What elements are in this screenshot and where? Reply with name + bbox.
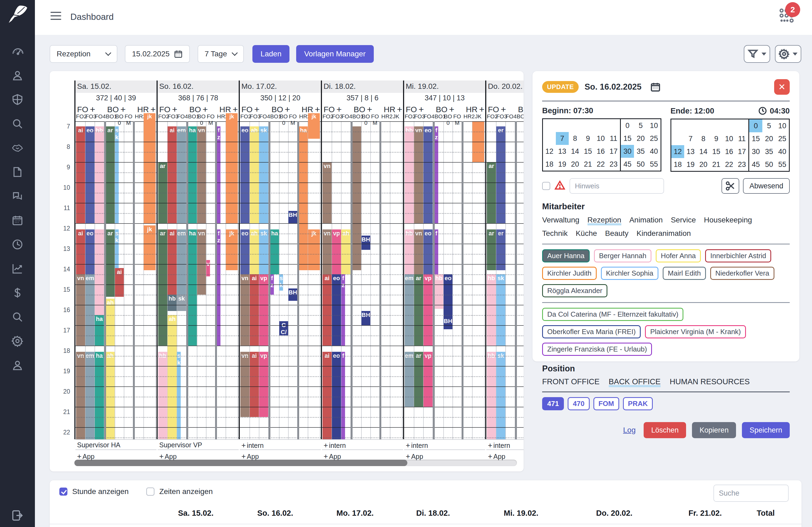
hour-cell-7[interactable]: 7	[556, 132, 569, 145]
day-footer-supervisor[interactable]: +intern	[404, 439, 485, 450]
shift-block-fz[interactable]: fz	[434, 126, 438, 223]
sidebar-item-search[interactable]	[11, 118, 24, 130]
hour-cell-14[interactable]: 14	[697, 145, 710, 158]
shift-block-f[interactable]: f	[341, 352, 345, 439]
shift-block-eo[interactable]: eo	[85, 229, 95, 274]
shift-block-fz[interactable]: fz	[270, 274, 274, 295]
app-logo-rocket-icon[interactable]	[6, 5, 28, 24]
minute-cell-10[interactable]: 10	[648, 119, 661, 132]
settings-dropdown-button[interactable]	[775, 45, 801, 63]
shift-block-eo[interactable]: eo	[240, 126, 249, 223]
minute-cell-55[interactable]: 55	[648, 158, 661, 171]
hour-cell-15[interactable]: 15	[581, 145, 594, 158]
hour-cell-17[interactable]: 17	[607, 145, 620, 158]
hour-cell-12[interactable]: 12	[671, 145, 684, 158]
day-footer-supervisor[interactable]: +intern	[240, 439, 321, 450]
day-footer-supervisor[interactable]: +intern	[486, 439, 524, 450]
shift-block-hb[interactable]: hb	[158, 352, 167, 439]
show-hours-checkbox[interactable]	[59, 487, 68, 496]
employee-chip[interactable]: Da Col Caterina (MF - Elternzeit fakulta…	[542, 308, 683, 321]
shift-block-ai[interactable]: ai	[76, 126, 85, 223]
position-chip-471[interactable]: 471	[542, 397, 564, 410]
shift-block-vp[interactable]: vp	[332, 229, 341, 274]
day-footer-app[interactable]: +App	[404, 451, 485, 461]
shift-block-vn[interactable]: vn	[414, 126, 423, 223]
hour-cell-20[interactable]: 20	[569, 158, 582, 171]
shift-block-em[interactable]: em	[177, 229, 186, 295]
employee-chip[interactable]: Kirchler Judith	[542, 267, 597, 280]
employee-chip[interactable]: Röggla Alexander	[542, 284, 607, 297]
delete-button[interactable]: Löschen	[644, 422, 686, 438]
calendar-icon[interactable]	[650, 81, 661, 92]
shift-block-ar[interactable]: ar	[158, 229, 167, 346]
shift-block-em[interactable]: em	[85, 352, 95, 439]
date-input[interactable]: 15.02.2025	[125, 45, 190, 63]
shift-block-ar[interactable]: ar	[487, 229, 496, 270]
day-footer-app[interactable]: +App	[75, 451, 157, 461]
shift-block-ar[interactable]: ar	[158, 162, 167, 223]
hour-cell-19[interactable]: 19	[684, 158, 697, 171]
day-footer-app[interactable]: +App	[322, 451, 403, 461]
shift-block-fz[interactable]: fz	[341, 274, 345, 346]
shift-block-em[interactable]: em	[405, 274, 414, 346]
hour-cell-13[interactable]: 13	[684, 145, 697, 158]
shift-block-vp[interactable]: vp	[259, 274, 268, 346]
hour-cell-12[interactable]: 12	[543, 145, 556, 158]
hour-cell-20[interactable]: 20	[697, 158, 710, 171]
shift-block-hb[interactable]: hb	[487, 352, 496, 439]
shift-block-jk[interactable]: jk	[226, 229, 238, 270]
day-footer-supervisor[interactable]: Supervisor VP	[158, 439, 239, 450]
load-button[interactable]: Laden	[252, 45, 289, 63]
minute-cell-50[interactable]: 50	[634, 158, 647, 171]
sidebar-item-statistics[interactable]	[11, 262, 24, 275]
shift-block-jk[interactable]: jk	[308, 229, 320, 270]
minute-cell-15[interactable]: 15	[621, 132, 634, 145]
shift-block-BH[interactable]: BH	[444, 317, 452, 330]
category-tab-küche[interactable]: Küche	[576, 229, 597, 239]
shift-block-BH[interactable]: BH	[288, 211, 297, 223]
shift-block-hb[interactable]: hb	[95, 126, 104, 223]
shift-block-vn[interactable]: vn	[240, 274, 249, 346]
shift-block-jk[interactable]: jk	[144, 225, 156, 270]
shift-block-ah[interactable]: ah	[250, 229, 259, 274]
sidebar-item-document[interactable]	[11, 166, 24, 178]
split-shift-button[interactable]	[722, 178, 739, 194]
sidebar-item-clock[interactable]	[11, 238, 24, 251]
sidebar-item-settings[interactable]	[11, 335, 24, 347]
hour-cell-16[interactable]: 16	[594, 145, 607, 158]
shift-block-eo[interactable]: eo	[85, 126, 95, 223]
shift-block-sk[interactable]: sk	[259, 126, 268, 223]
shift-block-sk[interactable]: sk	[115, 229, 119, 268]
shift-block-ai[interactable]: ai	[115, 268, 124, 297]
employee-chip[interactable]: Zingerle Franziska (FE - Urlaub)	[542, 343, 652, 356]
shift-block-BH[interactable]: BH	[361, 236, 370, 250]
shift-block-er[interactable]: er	[496, 229, 505, 270]
hour-cell-11[interactable]: 11	[607, 132, 620, 145]
category-tab-verwaltung[interactable]: Verwaltung	[542, 216, 579, 225]
shift-block-eo[interactable]: eo	[423, 126, 433, 223]
shift-block-vn[interactable]: vn	[240, 352, 249, 417]
category-tab-technik[interactable]: Technik	[542, 229, 568, 239]
shift-block-ha[interactable]: ha	[299, 126, 308, 270]
minute-cell-20[interactable]: 20	[762, 132, 775, 145]
shift-block-sk[interactable]: sk	[496, 352, 505, 439]
hour-cell-22[interactable]: 22	[723, 158, 736, 171]
shift-block-v[interactable]: v	[206, 260, 210, 276]
hour-cell-9[interactable]: 9	[581, 132, 594, 145]
hour-cell-21[interactable]: 21	[581, 158, 594, 171]
menu-toggle-icon[interactable]	[50, 12, 61, 22]
employee-chip[interactable]: Innerbichler Astrid	[705, 249, 771, 262]
minute-cell-15[interactable]: 15	[749, 132, 762, 145]
minute-cell-35[interactable]: 35	[762, 145, 775, 158]
shift-block-ar[interactable]: ar	[106, 126, 115, 223]
shift-block-ha[interactable]: ha	[188, 126, 197, 223]
hour-cell-17[interactable]: 17	[736, 145, 748, 158]
hour-cell-18[interactable]: 18	[543, 158, 556, 171]
shift-block-ai[interactable]: ai	[322, 274, 332, 346]
sidebar-item-search-secondary[interactable]	[11, 311, 24, 323]
minute-cell-5[interactable]: 5	[762, 119, 775, 132]
department-select[interactable]: Rezeption	[50, 45, 117, 63]
save-button[interactable]: Speichern	[742, 422, 790, 438]
sidebar-item-users[interactable]	[11, 69, 24, 81]
shift-block-ha[interactable]: ha	[95, 352, 104, 439]
